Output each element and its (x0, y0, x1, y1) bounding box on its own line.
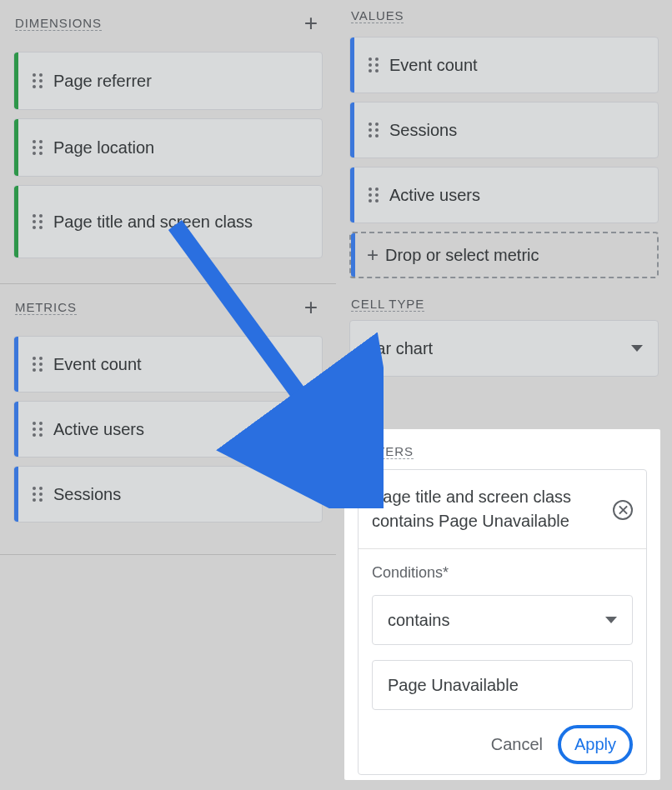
plus-icon: + (367, 243, 379, 267)
svg-point-36 (369, 58, 372, 61)
svg-point-49 (375, 188, 379, 191)
svg-point-21 (39, 362, 43, 366)
filters-popover: FILTERS Page title and screen class cont… (344, 429, 660, 780)
drag-handle-icon[interactable] (28, 139, 47, 156)
svg-point-29 (39, 433, 43, 437)
drag-handle-icon[interactable] (28, 421, 47, 438)
drop-metric-zone[interactable]: + Drop or select metric (349, 232, 659, 278)
svg-point-40 (369, 69, 372, 72)
accent-bar (350, 102, 354, 158)
apply-button[interactable]: Apply (574, 735, 616, 753)
svg-point-28 (33, 433, 36, 437)
svg-point-48 (369, 188, 372, 191)
dimension-chip[interactable]: Page referrer (13, 52, 323, 110)
metric-chip[interactable]: Sessions (13, 466, 323, 522)
dimensions-heading: DIMENSIONS (15, 16, 102, 31)
add-metric-button[interactable]: + (301, 292, 321, 322)
metrics-heading: METRICS (15, 300, 77, 315)
svg-point-1 (39, 73, 43, 77)
chip-label: Event count (389, 54, 648, 76)
cell-type-select[interactable]: Bar chart (349, 320, 659, 377)
drag-handle-icon[interactable] (28, 72, 47, 89)
filters-heading: FILTERS (358, 444, 414, 459)
svg-point-6 (33, 140, 36, 143)
svg-point-18 (33, 357, 36, 360)
accent-bar (350, 168, 354, 222)
svg-point-24 (33, 422, 36, 425)
condition-operator-select[interactable]: contains (372, 595, 633, 645)
condition-operator-value: contains (388, 611, 450, 630)
condition-value-input[interactable]: Page Unavailable (372, 660, 633, 710)
svg-point-42 (369, 122, 372, 126)
chip-label: Sessions (389, 119, 648, 141)
svg-point-52 (369, 199, 372, 202)
svg-point-50 (369, 193, 372, 197)
svg-point-4 (33, 85, 36, 88)
drag-handle-icon[interactable] (28, 486, 47, 502)
drag-handle-icon[interactable] (28, 213, 47, 230)
svg-point-14 (33, 220, 36, 223)
chip-label: Sessions (53, 483, 312, 505)
accent-bar (14, 52, 18, 109)
metrics-list: Event count Active users Sessions (0, 322, 336, 554)
chip-label: Page title and screen class (53, 211, 312, 232)
svg-point-13 (39, 214, 43, 218)
dimension-chip[interactable]: Page title and screen class (13, 185, 323, 258)
svg-point-26 (33, 428, 36, 431)
chip-label: Page referrer (53, 70, 312, 92)
svg-point-41 (375, 69, 379, 72)
svg-point-10 (33, 152, 36, 155)
svg-point-0 (33, 73, 36, 77)
drag-handle-icon[interactable] (28, 356, 47, 372)
svg-point-33 (39, 492, 43, 496)
accent-bar (14, 186, 18, 258)
svg-point-32 (33, 492, 36, 496)
svg-point-25 (39, 422, 43, 425)
add-dimension-button[interactable]: + (301, 8, 321, 38)
svg-point-45 (375, 128, 379, 132)
accent-bar (351, 233, 355, 277)
chip-label: Page location (53, 137, 312, 158)
svg-point-23 (39, 368, 43, 372)
svg-point-11 (39, 152, 43, 155)
svg-point-17 (39, 226, 43, 229)
value-chip[interactable]: Sessions (349, 102, 659, 158)
svg-point-2 (33, 79, 36, 82)
drag-handle-icon[interactable] (364, 187, 383, 203)
drop-label: Drop or select metric (385, 246, 539, 265)
cancel-button[interactable]: Cancel (491, 735, 543, 754)
svg-point-3 (39, 79, 43, 82)
svg-point-9 (39, 146, 43, 149)
divider (0, 554, 336, 555)
drag-handle-icon[interactable] (364, 122, 383, 138)
drag-handle-icon[interactable] (364, 57, 383, 73)
svg-point-22 (33, 368, 36, 372)
svg-point-19 (39, 357, 43, 360)
dropdown-triangle-icon (605, 617, 617, 623)
cell-type-heading: CELL TYPE (351, 297, 424, 312)
metric-chip[interactable]: Event count (13, 336, 323, 392)
metric-chip[interactable]: Active users (13, 401, 323, 458)
cell-type-value: Bar chart (365, 339, 433, 358)
svg-point-37 (375, 58, 379, 61)
svg-point-7 (39, 140, 43, 143)
divider (0, 283, 336, 284)
dimension-chip[interactable]: Page location (13, 118, 323, 177)
dropdown-triangle-icon (631, 345, 643, 352)
svg-point-27 (39, 428, 43, 431)
filter-card: Page title and screen class contains Pag… (358, 469, 647, 775)
svg-point-12 (33, 214, 36, 218)
svg-point-35 (39, 498, 43, 502)
svg-point-46 (369, 134, 372, 138)
svg-point-44 (369, 128, 372, 132)
svg-point-47 (375, 134, 379, 138)
svg-point-15 (39, 220, 43, 223)
svg-point-34 (33, 498, 36, 502)
chip-label: Active users (389, 184, 648, 206)
svg-point-16 (33, 226, 36, 229)
value-chip[interactable]: Event count (349, 37, 659, 93)
filter-summary: Page title and screen class contains Pag… (372, 485, 613, 533)
remove-filter-button[interactable] (613, 500, 633, 520)
values-list: Event count Sessions Active users + Drop… (336, 23, 672, 285)
value-chip[interactable]: Active users (349, 167, 659, 223)
